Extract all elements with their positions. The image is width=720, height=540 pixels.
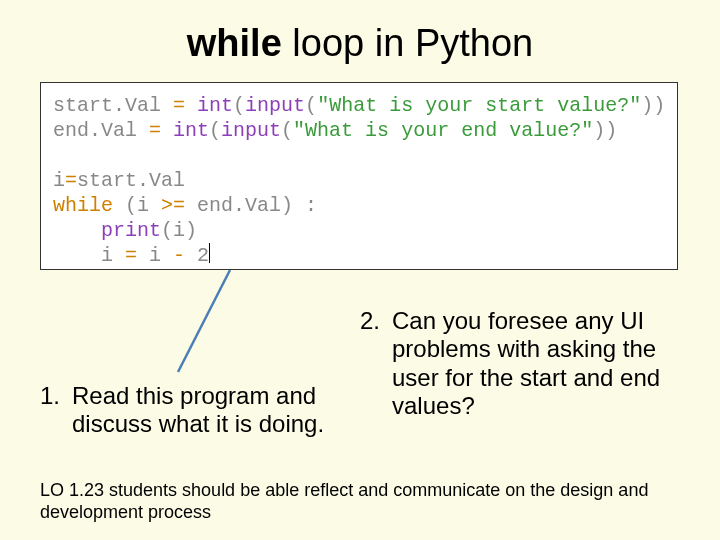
question-1: 1. Read this program and discuss what it… <box>40 382 340 439</box>
code-line-5: while (i >= end.Val) : <box>53 193 667 218</box>
question-2: 2. Can you foresee any UI problems with … <box>360 307 690 420</box>
slide-title: while loop in Python <box>0 0 720 65</box>
code-box: start.Val = int(input("What is your star… <box>40 82 678 270</box>
code-line-6: print(i) <box>53 218 667 243</box>
code-line-blank <box>53 143 667 168</box>
arrow-icon <box>168 262 248 382</box>
learning-outcome: LO 1.23 students should be able reflect … <box>40 480 680 523</box>
q2-text: Can you foresee any UI problems with ask… <box>392 307 690 420</box>
text-cursor-icon <box>209 243 210 263</box>
q1-text: Read this program and discuss what it is… <box>72 382 340 439</box>
title-rest: loop in Python <box>282 22 533 64</box>
svg-line-0 <box>178 270 230 372</box>
code-line-7: i = i - 2 <box>53 243 667 268</box>
q1-number: 1. <box>40 382 72 439</box>
code-line-2: end.Val = int(input("What is your end va… <box>53 118 667 143</box>
code-line-4: i=start.Val <box>53 168 667 193</box>
code-line-1: start.Val = int(input("What is your star… <box>53 93 667 118</box>
title-bold: while <box>187 22 282 64</box>
q2-number: 2. <box>360 307 392 420</box>
